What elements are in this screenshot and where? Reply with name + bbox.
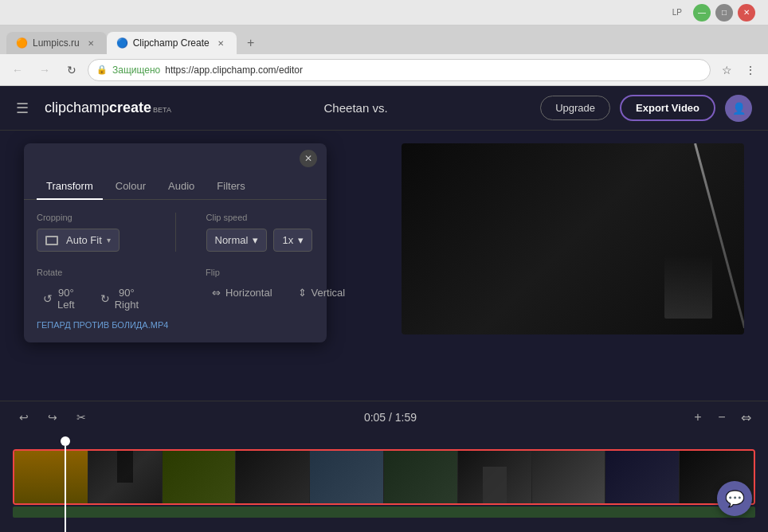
flip-horizontal-button[interactable]: ⇔ Horizontal [206, 284, 279, 302]
normal-speed-dropdown[interactable]: Normal ▾ [206, 229, 268, 252]
lock-icon: 🔒 [96, 65, 108, 75]
filename-label: ГЕПАРД ПРОТИВ БОЛИДА.MP4 [37, 320, 314, 330]
rotate-right-icon: ↻ [100, 292, 110, 305]
speed-multiplier-chevron: ▾ [298, 234, 304, 246]
minimize-button[interactable]: — [693, 4, 711, 22]
track-thumb-6 [384, 451, 458, 503]
time-display: 0:05 / 1:59 [99, 411, 682, 424]
video-preview [402, 143, 744, 334]
scissors-button[interactable]: ✂ [70, 406, 92, 428]
logo-beta: BETA [153, 106, 171, 114]
tab-close-lumpics[interactable]: ✕ [84, 37, 97, 49]
chat-icon: 💬 [725, 489, 745, 508]
back-button[interactable]: ← [6, 59, 29, 81]
address-url: https://app.clipchamp.com/editor [165, 65, 303, 76]
playhead-circle[interactable] [61, 436, 70, 446]
flip-vertical-button[interactable]: ⇕ Vertical [292, 284, 352, 302]
track-thumb-9 [605, 451, 680, 503]
panel-body: Cropping Auto Fit ▾ Clip speed Normal [24, 200, 327, 342]
rotate-buttons: ↺ 90° Left ↻ 90° Right [37, 284, 145, 314]
close-button[interactable]: ✕ [738, 4, 755, 22]
tab-close-clipchamp[interactable]: ✕ [214, 37, 227, 49]
rotate-left-icon: ↺ [43, 292, 53, 305]
nav-bar: ← → ↻ 🔒 Защищено https://app.clipchamp.c… [0, 54, 768, 86]
video-track[interactable] [13, 449, 755, 505]
speed-controls: Normal ▾ 1x ▾ [206, 229, 315, 252]
browser-chrome: LP — □ ✕ 🟠 Lumpics.ru ✕ 🔵 Clipchamp Crea… [0, 0, 768, 86]
track-thumb-4 [236, 451, 310, 503]
avatar[interactable]: 👤 [725, 95, 752, 122]
tab-label-lumpics: Lumpics.ru [33, 37, 80, 49]
rotate-right-button[interactable]: ↻ 90° Right [94, 284, 145, 314]
flip-horizontal-label: Horizontal [225, 287, 272, 299]
rotate-left-label: 90° Left [57, 287, 75, 311]
panel-tabs: Transform Colour Audio Filters [24, 174, 327, 200]
cropping-label: Cropping [37, 213, 145, 222]
flip-buttons: ⇔ Horizontal ⇕ Vertical [206, 284, 351, 302]
hamburger-icon[interactable]: ☰ [16, 100, 29, 117]
speed-multiplier-dropdown[interactable]: 1x ▾ [273, 229, 312, 252]
main-content: ✕ Transform Colour Audio Filters Croppin… [0, 131, 768, 532]
new-tab-button[interactable]: + [240, 32, 262, 54]
track-thumb-2 [88, 451, 163, 503]
rotate-flip-row: Rotate ↺ 90° Left ↻ 90° Right [37, 268, 314, 314]
zoom-fit-button[interactable]: ⇔ [736, 408, 755, 427]
export-video-button[interactable]: Export Video [620, 95, 715, 121]
menu-button[interactable]: ⋮ [739, 59, 762, 81]
maximize-button[interactable]: □ [715, 4, 733, 22]
upgrade-button[interactable]: Upgrade [540, 96, 610, 120]
track-thumb-8 [532, 451, 606, 503]
timeline-toolbar: ↩ ↪ ✂ 0:05 / 1:59 + − ⇔ [0, 401, 768, 433]
track-thumb-1 [14, 451, 88, 503]
security-label: Защищено [112, 65, 160, 76]
flip-section: Flip ⇔ Horizontal ⇕ Vertical [206, 268, 351, 314]
edit-panel: ✕ Transform Colour Audio Filters Croppin… [24, 143, 327, 342]
tab-transform[interactable]: Transform [37, 174, 103, 200]
track-thumb-3 [163, 451, 237, 503]
auto-fit-dropdown[interactable]: Auto Fit ▾ [37, 229, 120, 252]
zoom-plus-button[interactable]: + [688, 408, 707, 427]
zoom-minus-button[interactable]: − [712, 408, 731, 427]
logo-clipchamp: clipchamp [45, 100, 109, 116]
tab-favicon-clipchamp: 🔵 [116, 37, 128, 49]
chat-button[interactable]: 💬 [717, 481, 752, 516]
audio-track [13, 507, 755, 518]
tab-lumpics[interactable]: 🟠 Lumpics.ru ✕ [6, 32, 107, 54]
tab-label-clipchamp: Clipchamp Create [133, 37, 210, 49]
flip-vertical-icon: ⇕ [298, 287, 307, 299]
app-header: ☰ clipchamp create BETA Cheetan vs. Upgr… [0, 86, 768, 131]
timeline-track-area [0, 433, 768, 518]
flip-label: Flip [206, 268, 351, 277]
logo-create: create [109, 100, 151, 116]
auto-fit-label: Auto Fit [66, 234, 102, 246]
tab-filters[interactable]: Filters [207, 174, 254, 200]
bookmark-button[interactable]: ☆ [715, 59, 738, 81]
tab-audio[interactable]: Audio [159, 174, 204, 200]
cropping-speed-row: Cropping Auto Fit ▾ Clip speed Normal [37, 213, 314, 252]
rotate-right-label: 90° Right [115, 287, 139, 311]
project-title: Cheetan vs. [187, 101, 524, 115]
tab-clipchamp[interactable]: 🔵 Clipchamp Create ✕ [107, 32, 237, 54]
flip-horizontal-icon: ⇔ [212, 287, 221, 299]
tab-colour[interactable]: Colour [106, 174, 155, 200]
app-container: ☰ clipchamp create BETA Cheetan vs. Upgr… [0, 86, 768, 532]
playhead-line [65, 446, 66, 532]
address-bar[interactable]: 🔒 Защищено https://app.clipchamp.com/edi… [88, 59, 711, 81]
clip-speed-label: Clip speed [206, 213, 315, 222]
refresh-button[interactable]: ↻ [61, 59, 83, 81]
zoom-controls: + − ⇔ [688, 408, 755, 427]
forward-button[interactable]: → [33, 59, 56, 81]
speed-multiplier-label: 1x [282, 234, 293, 246]
rotate-left-button[interactable]: ↺ 90° Left [37, 284, 81, 314]
undo-button[interactable]: ↩ [13, 406, 35, 428]
thumb-figure-1 [14, 451, 88, 503]
panel-close-button[interactable]: ✕ [300, 150, 317, 167]
cropping-section: Cropping Auto Fit ▾ [37, 213, 145, 252]
normal-speed-label: Normal [215, 234, 249, 246]
redo-button[interactable]: ↪ [41, 406, 64, 428]
panel-header: ✕ [24, 143, 327, 174]
flip-vertical-label: Vertical [312, 287, 346, 299]
rotate-label: Rotate [37, 268, 145, 277]
section-divider [175, 213, 176, 252]
track-thumb-5 [310, 451, 384, 503]
